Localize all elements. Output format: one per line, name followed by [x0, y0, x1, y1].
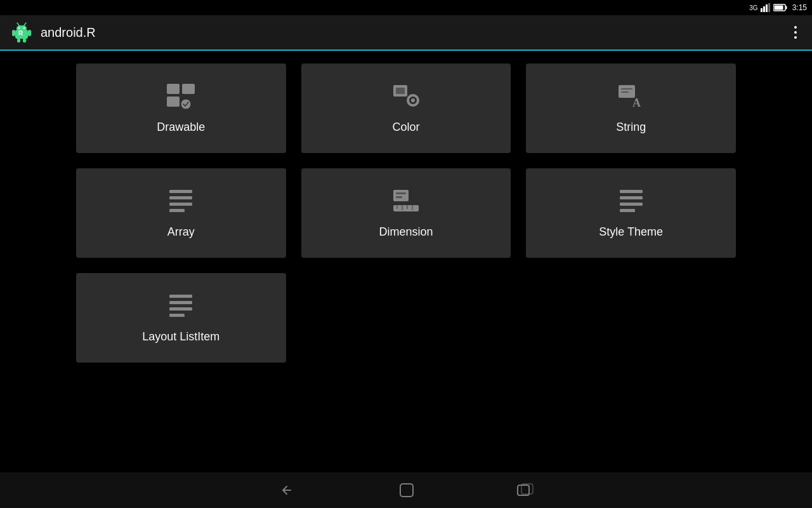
svg-rect-31 [169, 190, 192, 193]
grid-item-style-theme[interactable]: Style Theme [526, 168, 736, 258]
svg-rect-32 [169, 196, 192, 199]
dimension-icon [391, 187, 421, 215]
layout-listitem-icon [167, 292, 195, 320]
svg-rect-14 [28, 30, 31, 36]
app-title: android.R [41, 25, 789, 40]
svg-rect-44 [620, 196, 643, 199]
grid-item-array[interactable]: Array [76, 168, 286, 258]
battery-icon [773, 4, 787, 11]
svg-rect-50 [169, 314, 185, 317]
svg-rect-34 [169, 209, 185, 212]
svg-line-11 [17, 23, 19, 25]
svg-rect-47 [169, 295, 192, 298]
color-icon [391, 83, 421, 110]
svg-rect-1 [763, 6, 765, 12]
string-icon: A [616, 83, 646, 110]
svg-rect-35 [393, 190, 409, 201]
overflow-dot [794, 26, 797, 29]
signal-icon [761, 3, 771, 12]
svg-rect-16 [23, 38, 26, 43]
grid-item-string[interactable]: A String [526, 64, 736, 153]
array-label: Array [167, 225, 195, 239]
svg-rect-51 [400, 484, 413, 497]
overflow-dot [794, 36, 797, 39]
grid-item-dimension[interactable]: Dimension [301, 168, 511, 258]
svg-point-10 [23, 27, 25, 29]
svg-rect-3 [768, 3, 770, 12]
svg-rect-48 [169, 301, 192, 304]
svg-rect-33 [169, 203, 192, 206]
overflow-menu-button[interactable] [789, 21, 802, 44]
svg-rect-6 [774, 6, 783, 10]
color-label: Color [392, 121, 419, 134]
array-icon [167, 187, 195, 215]
svg-text:R: R [18, 30, 23, 37]
app-icon: R [10, 21, 33, 44]
style-theme-icon [617, 187, 645, 215]
svg-line-12 [24, 23, 26, 25]
style-theme-label: Style Theme [599, 225, 663, 239]
svg-point-9 [18, 27, 20, 29]
main-content: Drawable Color A String [0, 51, 812, 472]
svg-rect-2 [766, 4, 768, 12]
svg-rect-28 [621, 88, 632, 90]
drawable-icon [166, 83, 196, 110]
grid-item-drawable[interactable]: Drawable [76, 64, 286, 153]
string-label: String [616, 121, 646, 134]
recent-apps-button[interactable] [516, 483, 534, 498]
svg-rect-36 [396, 192, 406, 194]
svg-point-21 [181, 99, 191, 109]
svg-rect-5 [785, 6, 787, 10]
nav-bar [0, 472, 812, 508]
dimension-label: Dimension [379, 225, 433, 239]
svg-rect-43 [620, 190, 643, 193]
svg-rect-37 [396, 196, 402, 198]
svg-rect-46 [620, 209, 635, 212]
svg-rect-45 [620, 203, 643, 206]
svg-rect-19 [182, 84, 195, 94]
grid-item-color[interactable]: Color [301, 64, 511, 153]
svg-rect-23 [396, 88, 405, 94]
svg-text:A: A [632, 97, 641, 109]
svg-rect-18 [167, 84, 180, 94]
layout-listitem-label: Layout ListItem [142, 330, 219, 344]
svg-rect-15 [17, 38, 20, 43]
overflow-dot [794, 31, 797, 34]
home-button[interactable] [398, 482, 415, 498]
drawable-label: Drawable [157, 121, 205, 134]
back-button[interactable] [278, 483, 297, 498]
action-bar: R android.R [0, 15, 812, 51]
svg-point-26 [411, 98, 415, 102]
svg-rect-0 [761, 8, 763, 12]
svg-rect-29 [621, 91, 629, 93]
svg-rect-49 [169, 307, 192, 311]
network-indicator: 3G [749, 4, 757, 11]
svg-rect-13 [12, 30, 15, 36]
grid-item-layout-listitem[interactable]: Layout ListItem [76, 273, 286, 363]
svg-rect-20 [167, 97, 180, 107]
status-bar: 3G 3:15 [0, 0, 812, 15]
time-display: 3:15 [792, 3, 807, 12]
status-icons: 3G 3:15 [749, 3, 807, 12]
